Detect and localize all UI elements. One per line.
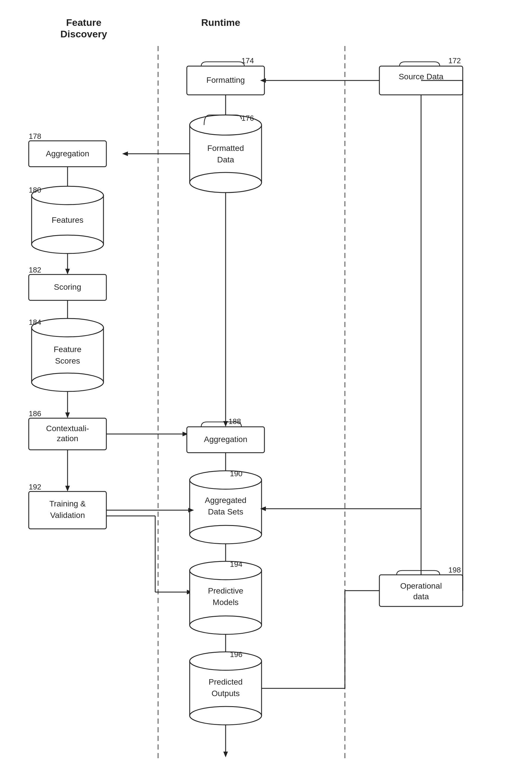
aggregation-rt-label: Aggregation xyxy=(204,435,247,444)
formatted-data-bottom xyxy=(190,172,262,193)
predictive-models-top xyxy=(190,561,262,580)
operational-data-bracket xyxy=(397,571,440,575)
arrow-context-training-head xyxy=(65,486,70,491)
source-data-bracket xyxy=(400,62,440,66)
predicted-outputs-ref: 196 xyxy=(230,650,242,659)
predictive-models-ref: 194 xyxy=(230,560,242,569)
feature-scores-top xyxy=(32,318,103,337)
contextualization-label2: zation xyxy=(57,434,78,443)
features-bottom xyxy=(32,235,103,254)
formatted-data-label1: Formatted xyxy=(207,144,244,153)
feature-scores-ref: 184 xyxy=(29,318,41,327)
predictive-models-label2: Models xyxy=(213,598,239,607)
aggregated-datasets-label2: Data Sets xyxy=(208,507,243,516)
feature-scores-bottom xyxy=(32,373,103,391)
predicted-outputs-label1: Predicted xyxy=(209,677,243,686)
aggregated-datasets-bottom xyxy=(190,525,262,544)
predicted-outputs-top xyxy=(190,652,262,670)
operational-data-ref: 198 xyxy=(448,566,461,574)
training-validation-label1: Training & xyxy=(49,499,86,508)
training-validation-box xyxy=(29,491,106,529)
source-data-ref: 172 xyxy=(448,56,461,65)
features-top xyxy=(32,186,103,205)
feature-discovery-header: Feature xyxy=(66,17,101,28)
runtime-header: Runtime xyxy=(201,17,240,28)
contextualization-ref: 186 xyxy=(29,409,41,418)
arrow-formatted-aggregation-head xyxy=(122,151,128,156)
feature-scores-label2: Scores xyxy=(55,356,80,365)
operational-data-label1: Operational xyxy=(400,581,442,590)
aggregation-fd-ref: 178 xyxy=(29,132,41,141)
feature-scores-label1: Feature xyxy=(54,345,82,354)
training-validation-ref: 192 xyxy=(29,483,41,491)
aggregated-datasets-ref: 190 xyxy=(230,469,242,478)
features-ref: 180 xyxy=(29,186,41,194)
scoring-label: Scoring xyxy=(54,283,81,291)
formatting-bracket xyxy=(201,62,244,66)
training-validation-label2: Validation xyxy=(50,511,85,520)
formatting-label: Formatting xyxy=(206,76,245,85)
feature-discovery-header2: Discovery xyxy=(60,28,107,39)
predictive-models-label1: Predictive xyxy=(208,586,243,595)
features-label: Features xyxy=(52,216,84,224)
arrow-outputs-down-head xyxy=(223,752,228,757)
aggregation-fd-label: Aggregation xyxy=(46,149,89,158)
operational-data-box xyxy=(379,575,463,606)
scoring-ref: 182 xyxy=(29,266,41,274)
formatted-data-ref: 176 xyxy=(241,114,254,122)
predicted-outputs-label2: Outputs xyxy=(212,689,240,698)
aggregation-rt-ref: 188 xyxy=(228,417,241,426)
aggregated-datasets-label1: Aggregated xyxy=(205,496,247,505)
operational-data-label2: data xyxy=(413,592,429,601)
predictive-models-bottom xyxy=(190,616,262,634)
arrow-featurescores-context-head xyxy=(65,412,70,418)
predicted-outputs-bottom xyxy=(190,706,262,725)
arrow-features-scoring-head xyxy=(65,269,70,274)
formatted-data-label2: Data xyxy=(217,155,234,164)
source-data-label: Source Data xyxy=(399,72,443,81)
contextualization-label1: Contextuali- xyxy=(46,424,89,433)
aggregated-datasets-top xyxy=(190,471,262,489)
